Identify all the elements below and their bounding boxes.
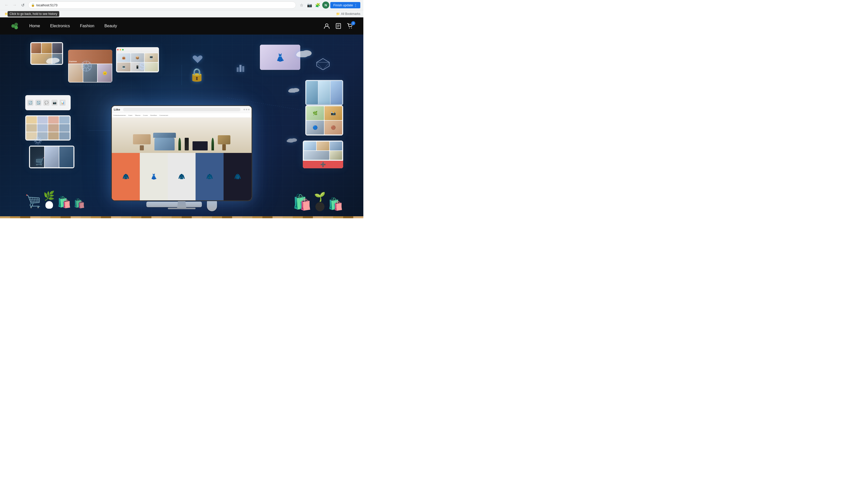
site-header: Home Electronics Fashion Beauty <box>0 18 363 35</box>
bookmark-label: myntra <box>32 12 41 16</box>
panel-right-2: 🌿 📸 🔵 🟤 <box>305 105 343 135</box>
puzzle-icon: 🧩 <box>315 3 320 7</box>
monitor-topbar: Liike <box>112 106 252 113</box>
cloud-icon-3 <box>288 85 300 94</box>
star-icon: ☆ <box>300 3 303 7</box>
svg-line-38 <box>83 68 85 70</box>
svg-point-21 <box>287 140 291 142</box>
all-bookmarks-button[interactable]: 📁 All Bookmarks <box>336 12 360 16</box>
product-dress: 👗 <box>140 153 168 200</box>
more-icon: ⋮ <box>354 3 357 7</box>
heart-icon <box>192 55 203 65</box>
all-bookmarks-label: All Bookmarks <box>341 12 360 16</box>
svg-point-18 <box>288 90 293 93</box>
bottom-stripe <box>0 216 363 218</box>
cart-button[interactable]: 0 <box>347 23 353 29</box>
bookmarks-bar: 📁 FrontEnd 📁 myntra 📁 All Bookmarks <box>0 10 363 17</box>
monitor-products: 🧥 👗 🧥 🧥 🧥 <box>112 153 252 200</box>
orders-button[interactable] <box>335 23 342 29</box>
forward-button[interactable]: → <box>11 1 18 8</box>
monitor-screen: Liike Ombudassistenten Kvant Tillsonor C… <box>112 106 252 200</box>
reload-button[interactable]: ↺ <box>19 1 26 8</box>
header-icons: 0 <box>323 23 353 29</box>
shopping-bag-black-2: 🛍️ <box>74 198 85 209</box>
nav-beauty[interactable]: Beauty <box>104 24 117 28</box>
site-nav: Home Electronics Fashion Beauty <box>29 24 323 28</box>
svg-rect-40 <box>240 65 242 72</box>
bookmark-frontend[interactable]: 📁 FrontEnd <box>3 11 23 16</box>
right-decorations: 🛍️ 🌱 🛍️ <box>293 191 343 211</box>
svg-line-35 <box>83 62 85 64</box>
svg-point-17 <box>292 88 299 92</box>
nav-home[interactable]: Home <box>29 24 40 28</box>
camera-icon: 📷 <box>307 3 312 7</box>
folder-icon: 📁 <box>4 12 8 16</box>
svg-point-1 <box>14 23 18 26</box>
back-icon: ← <box>4 3 8 7</box>
svg-point-8 <box>349 28 350 29</box>
plant-right: 🌱 <box>314 191 326 211</box>
bookmark-myntra[interactable]: 📁 myntra <box>25 11 42 16</box>
panel-right-bottom: ➕ <box>303 141 343 168</box>
svg-point-30 <box>84 64 88 68</box>
site-logo[interactable] <box>10 22 19 31</box>
svg-point-3 <box>326 24 328 26</box>
product-hoodie-2: 🧥 <box>195 153 223 200</box>
monitor-nav: Ombudassistenten Kvant Tillsonor Cruvex … <box>112 113 252 118</box>
monitor-stand <box>168 201 195 209</box>
logo-svg <box>10 22 19 31</box>
svg-rect-39 <box>237 67 239 72</box>
back-button[interactable]: ← <box>3 1 10 8</box>
lock-decoration-icon: 🔒 <box>189 67 205 82</box>
account-button[interactable] <box>323 23 330 29</box>
hero-image-container: Fashion 😐 👜 📦 🖥️ 💻 📱 <box>0 35 363 216</box>
svg-text:$: $ <box>139 61 145 72</box>
svg-point-2 <box>14 26 18 29</box>
svg-point-0 <box>11 24 15 28</box>
monitor-room-display <box>112 118 252 153</box>
left-decorations: 🛒 🌿 🛍️ 🛍️ <box>25 190 85 209</box>
svg-point-9 <box>351 28 352 29</box>
svg-line-36 <box>88 68 90 70</box>
address-bar[interactable]: 🔒 localhost:5173 <box>28 1 296 8</box>
browser-toolbar: Click to go back, hold to see history ← … <box>0 0 363 10</box>
profile-avatar[interactable]: N <box>322 1 329 8</box>
star-button[interactable]: ☆ <box>298 1 305 8</box>
svg-point-20 <box>291 138 297 142</box>
browser-actions: ☆ 📷 🧩 N Finish update ⋮ <box>298 1 360 8</box>
svg-point-12 <box>46 60 52 64</box>
cloud-icon-2 <box>295 47 313 58</box>
svg-line-37 <box>88 62 90 64</box>
cart-badge: 0 <box>351 21 355 25</box>
extensions-button[interactable]: 🧩 <box>314 1 321 8</box>
camera-button[interactable]: 📷 <box>306 1 313 8</box>
product-sweater: 🧥 <box>112 153 140 200</box>
shopping-cart-large: 🛒 <box>25 194 41 209</box>
panel-left-toolbar: 🔄 ↩️ 💬 📷 📊 <box>25 95 71 110</box>
cloud-icon-4 <box>286 135 298 144</box>
panel-left-grid <box>25 115 71 141</box>
shopping-bag-large: 🛍️ <box>293 193 312 211</box>
cart-decoration-icon: 🛒 <box>35 157 45 166</box>
monitor-search-bar <box>123 108 241 111</box>
browser-chrome: Click to go back, hold to see history ← … <box>0 0 363 18</box>
svg-rect-41 <box>242 66 244 72</box>
finish-update-button[interactable]: Finish update ⋮ <box>330 2 360 8</box>
room-furniture <box>133 134 230 150</box>
diamond-icon <box>315 57 331 71</box>
bookmark-label: FrontEnd <box>9 12 22 16</box>
hero-section: Fashion 😐 👜 📦 🖥️ 💻 📱 <box>0 35 363 216</box>
monitor-brand: Liike <box>114 108 120 111</box>
nav-fashion[interactable]: Fashion <box>80 24 94 28</box>
monitor-controls <box>244 109 250 110</box>
reload-icon: ↺ <box>21 3 25 7</box>
main-monitor: Liike Ombudassistenten Kvant Tillsonor C… <box>111 105 252 201</box>
panel-top-right: 👗 <box>260 45 300 70</box>
nav-electronics[interactable]: Electronics <box>50 24 70 28</box>
forward-icon: → <box>12 3 17 7</box>
svg-line-26 <box>317 62 323 70</box>
panel-top-center: 👜 📦 🖥️ 💻 📱 <box>116 47 159 72</box>
plant-left: 🌿 <box>43 190 55 209</box>
shopping-bag-white: 🛍️ <box>328 197 343 211</box>
panel-right <box>305 80 343 105</box>
